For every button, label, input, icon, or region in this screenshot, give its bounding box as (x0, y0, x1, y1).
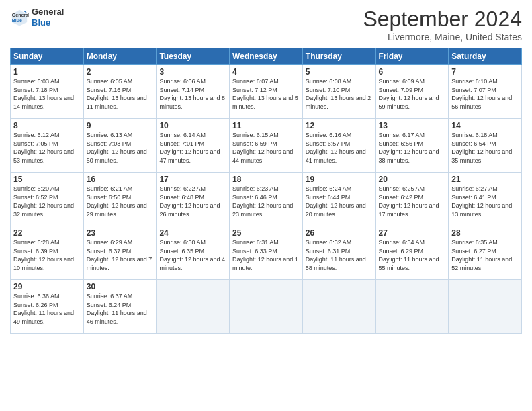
table-row: 14 Sunrise: 6:18 AM Sunset: 6:54 PM Dayl… (449, 119, 522, 173)
table-row: 17 Sunrise: 6:22 AM Sunset: 6:48 PM Dayl… (157, 173, 230, 226)
logo-line2: Blue (32, 17, 64, 28)
table-row: 6 Sunrise: 6:09 AM Sunset: 7:09 PM Dayli… (375, 65, 449, 119)
table-row: 26 Sunrise: 6:32 AM Sunset: 6:31 PM Dayl… (302, 226, 375, 280)
day-number: 9 (87, 121, 154, 130)
day-number: 18 (232, 175, 300, 184)
day-info: Sunrise: 6:17 AM Sunset: 6:56 PM Dayligh… (379, 131, 446, 165)
day-info: Sunrise: 6:08 AM Sunset: 7:10 PM Dayligh… (306, 77, 373, 111)
day-number: 5 (306, 67, 373, 77)
day-number: 23 (87, 228, 154, 238)
day-number: 24 (159, 228, 226, 238)
logo-line1: General (32, 7, 64, 17)
day-info: Sunrise: 6:16 AM Sunset: 6:57 PM Dayligh… (306, 131, 373, 165)
col-saturday: Saturday (449, 48, 522, 65)
day-info: Sunrise: 6:32 AM Sunset: 6:31 PM Dayligh… (306, 238, 373, 272)
table-row (449, 280, 522, 334)
month-title: September 2024 (363, 7, 522, 32)
table-row: 1 Sunrise: 6:03 AM Sunset: 7:18 PM Dayli… (11, 65, 84, 119)
day-number: 7 (451, 67, 519, 77)
day-info: Sunrise: 6:27 AM Sunset: 6:41 PM Dayligh… (451, 185, 519, 218)
table-row: 18 Sunrise: 6:23 AM Sunset: 6:46 PM Dayl… (230, 173, 303, 226)
day-info: Sunrise: 6:18 AM Sunset: 6:54 PM Dayligh… (451, 131, 519, 165)
day-info: Sunrise: 6:22 AM Sunset: 6:48 PM Dayligh… (159, 185, 226, 218)
day-number: 27 (379, 228, 446, 238)
day-info: Sunrise: 6:31 AM Sunset: 6:33 PM Dayligh… (232, 238, 300, 272)
table-row (302, 280, 375, 334)
table-row: 12 Sunrise: 6:16 AM Sunset: 6:57 PM Dayl… (302, 119, 375, 173)
table-row: 29 Sunrise: 6:36 AM Sunset: 6:26 PM Dayl… (11, 280, 84, 334)
day-number: 20 (379, 175, 446, 184)
day-number: 11 (232, 121, 300, 130)
day-number: 2 (87, 67, 154, 77)
day-number: 19 (306, 175, 373, 184)
day-info: Sunrise: 6:09 AM Sunset: 7:09 PM Dayligh… (379, 77, 446, 111)
table-row: 13 Sunrise: 6:17 AM Sunset: 6:56 PM Dayl… (375, 119, 449, 173)
table-row: 3 Sunrise: 6:06 AM Sunset: 7:14 PM Dayli… (157, 65, 230, 119)
table-row: 8 Sunrise: 6:12 AM Sunset: 7:05 PM Dayli… (11, 119, 84, 173)
day-info: Sunrise: 6:28 AM Sunset: 6:39 PM Dayligh… (13, 238, 81, 272)
day-info: Sunrise: 6:06 AM Sunset: 7:14 PM Dayligh… (159, 77, 226, 111)
calendar-container: General Blue General Blue September 2024… (0, 0, 532, 340)
title-section: September 2024 Livermore, Maine, United … (363, 7, 522, 42)
day-number: 6 (379, 67, 446, 77)
table-row (157, 280, 230, 334)
col-monday: Monday (83, 48, 157, 65)
day-number: 10 (159, 121, 226, 130)
table-row: 10 Sunrise: 6:14 AM Sunset: 7:01 PM Dayl… (157, 119, 230, 173)
calendar-week-row: 1 Sunrise: 6:03 AM Sunset: 7:18 PM Dayli… (11, 65, 522, 119)
col-sunday: Sunday (11, 48, 84, 65)
day-number: 3 (159, 67, 226, 77)
header-row-days: Sunday Monday Tuesday Wednesday Thursday… (11, 48, 522, 65)
calendar-week-row: 15 Sunrise: 6:20 AM Sunset: 6:52 PM Dayl… (11, 173, 522, 226)
table-row: 28 Sunrise: 6:35 AM Sunset: 6:27 PM Dayl… (449, 226, 522, 280)
day-number: 28 (451, 228, 519, 238)
day-info: Sunrise: 6:37 AM Sunset: 6:24 PM Dayligh… (87, 292, 154, 326)
table-row: 15 Sunrise: 6:20 AM Sunset: 6:52 PM Dayl… (11, 173, 84, 226)
day-info: Sunrise: 6:03 AM Sunset: 7:18 PM Dayligh… (13, 77, 81, 111)
col-friday: Friday (375, 48, 449, 65)
day-number: 12 (306, 121, 373, 130)
day-info: Sunrise: 6:13 AM Sunset: 7:03 PM Dayligh… (87, 131, 154, 165)
day-number: 4 (232, 67, 300, 77)
table-row: 11 Sunrise: 6:15 AM Sunset: 6:59 PM Dayl… (230, 119, 303, 173)
table-row: 5 Sunrise: 6:08 AM Sunset: 7:10 PM Dayli… (302, 65, 375, 119)
table-row: 27 Sunrise: 6:34 AM Sunset: 6:29 PM Dayl… (375, 226, 449, 280)
day-info: Sunrise: 6:07 AM Sunset: 7:12 PM Dayligh… (232, 77, 300, 111)
day-info: Sunrise: 6:35 AM Sunset: 6:27 PM Dayligh… (451, 238, 519, 272)
calendar-week-row: 8 Sunrise: 6:12 AM Sunset: 7:05 PM Dayli… (11, 119, 522, 173)
table-row (230, 280, 303, 334)
day-number: 1 (13, 67, 81, 77)
day-number: 26 (306, 228, 373, 238)
logo-icon: General Blue (10, 8, 29, 27)
day-number: 8 (13, 121, 81, 130)
table-row (375, 280, 449, 334)
table-row: 4 Sunrise: 6:07 AM Sunset: 7:12 PM Dayli… (230, 65, 303, 119)
day-number: 21 (451, 175, 519, 184)
day-number: 13 (379, 121, 446, 130)
day-info: Sunrise: 6:14 AM Sunset: 7:01 PM Dayligh… (159, 131, 226, 165)
svg-text:Blue: Blue (12, 18, 22, 23)
day-info: Sunrise: 6:05 AM Sunset: 7:16 PM Dayligh… (87, 77, 154, 111)
day-number: 22 (13, 228, 81, 238)
table-row: 21 Sunrise: 6:27 AM Sunset: 6:41 PM Dayl… (449, 173, 522, 226)
day-info: Sunrise: 6:10 AM Sunset: 7:07 PM Dayligh… (451, 77, 519, 111)
day-info: Sunrise: 6:25 AM Sunset: 6:42 PM Dayligh… (379, 185, 446, 218)
day-info: Sunrise: 6:12 AM Sunset: 7:05 PM Dayligh… (13, 131, 81, 165)
day-number: 16 (87, 175, 154, 184)
table-row: 9 Sunrise: 6:13 AM Sunset: 7:03 PM Dayli… (83, 119, 157, 173)
table-row: 16 Sunrise: 6:21 AM Sunset: 6:50 PM Dayl… (83, 173, 157, 226)
day-info: Sunrise: 6:34 AM Sunset: 6:29 PM Dayligh… (379, 238, 446, 272)
col-thursday: Thursday (302, 48, 375, 65)
day-info: Sunrise: 6:30 AM Sunset: 6:35 PM Dayligh… (159, 238, 226, 272)
day-number: 30 (87, 282, 154, 291)
table-row: 7 Sunrise: 6:10 AM Sunset: 7:07 PM Dayli… (449, 65, 522, 119)
col-wednesday: Wednesday (230, 48, 303, 65)
day-info: Sunrise: 6:23 AM Sunset: 6:46 PM Dayligh… (232, 185, 300, 218)
table-row: 24 Sunrise: 6:30 AM Sunset: 6:35 PM Dayl… (157, 226, 230, 280)
header-row: General Blue General Blue September 2024… (10, 7, 522, 42)
logo-text: General Blue (32, 7, 64, 28)
calendar-week-row: 22 Sunrise: 6:28 AM Sunset: 6:39 PM Dayl… (11, 226, 522, 280)
day-info: Sunrise: 6:36 AM Sunset: 6:26 PM Dayligh… (13, 292, 81, 326)
day-info: Sunrise: 6:15 AM Sunset: 6:59 PM Dayligh… (232, 131, 300, 165)
day-number: 17 (159, 175, 226, 184)
